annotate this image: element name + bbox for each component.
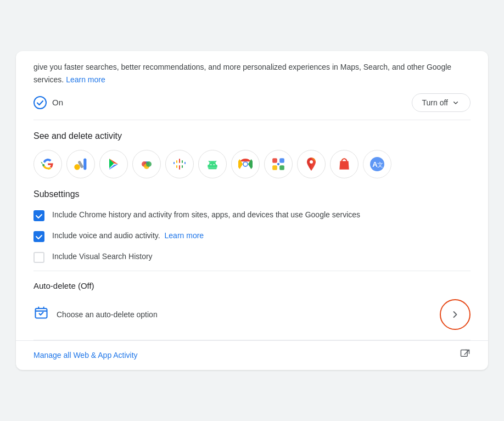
svg-point-27 bbox=[277, 163, 279, 165]
on-status-left: On bbox=[33, 96, 63, 109]
svg-rect-10 bbox=[176, 160, 177, 163]
app-icon-translate[interactable]: A 文 bbox=[363, 150, 391, 178]
shopping-icon bbox=[337, 157, 351, 171]
manage-row: Manage all Web & App Activity bbox=[16, 340, 488, 370]
app-icon-maps[interactable] bbox=[297, 150, 326, 178]
checked-circle-icon bbox=[33, 96, 47, 109]
app-icon-android[interactable] bbox=[198, 150, 227, 178]
svg-rect-3 bbox=[83, 158, 86, 170]
auto-delete-left: Choose an auto-delete option bbox=[33, 305, 158, 324]
external-link-icon[interactable] bbox=[460, 349, 471, 362]
svg-point-28 bbox=[310, 160, 313, 164]
on-label: On bbox=[52, 98, 63, 107]
svg-rect-25 bbox=[279, 165, 284, 170]
auto-delete-chevron-button[interactable] bbox=[440, 299, 471, 330]
android-icon bbox=[205, 157, 220, 171]
settings-card: give you faster searches, better recomme… bbox=[16, 51, 488, 370]
svg-point-16 bbox=[210, 164, 211, 165]
svg-rect-23 bbox=[279, 158, 284, 163]
svg-rect-24 bbox=[272, 165, 277, 170]
svg-rect-9 bbox=[179, 165, 180, 170]
google-logo-icon bbox=[41, 157, 55, 171]
status-row: On Turn off bbox=[16, 86, 488, 120]
dropdown-arrow-icon bbox=[451, 98, 460, 107]
app-icon-play[interactable] bbox=[99, 150, 128, 178]
svg-text:文: 文 bbox=[377, 161, 383, 168]
svg-point-21 bbox=[244, 162, 248, 166]
checkmark-icon-2 bbox=[35, 233, 43, 240]
app-icons-row: A 文 bbox=[16, 148, 488, 189]
voice-learn-more-link[interactable]: Learn more bbox=[165, 231, 204, 240]
app-icon-assistant[interactable] bbox=[132, 150, 161, 178]
svg-point-0 bbox=[34, 97, 46, 109]
translate-icon: A 文 bbox=[370, 157, 384, 171]
checkbox-row-chrome: Include Chrome history and activity from… bbox=[16, 206, 488, 224]
svg-point-17 bbox=[214, 164, 215, 165]
voice-audio-text: Include voice and audio activity. bbox=[52, 231, 160, 240]
auto-delete-text: Choose an auto-delete option bbox=[57, 310, 158, 319]
visual-search-label: Include Visual Search History bbox=[52, 251, 153, 262]
intro-learn-more-link[interactable]: Learn more bbox=[66, 75, 105, 84]
app-icon-google[interactable] bbox=[33, 150, 62, 178]
svg-point-7 bbox=[146, 161, 152, 167]
maps-icon bbox=[305, 156, 318, 172]
svg-rect-22 bbox=[272, 158, 277, 163]
svg-rect-32 bbox=[36, 308, 47, 318]
app-icon-shopping[interactable] bbox=[330, 150, 359, 178]
checkbox-chrome-history[interactable] bbox=[33, 210, 44, 221]
lens-icon bbox=[271, 157, 285, 171]
chrome-history-label: Include Chrome history and activity from… bbox=[52, 209, 360, 221]
turn-off-button[interactable]: Turn off bbox=[412, 93, 471, 112]
auto-delete-row: Choose an auto-delete option bbox=[16, 294, 488, 340]
auto-delete-svg-icon bbox=[33, 305, 49, 320]
turn-off-label: Turn off bbox=[422, 98, 448, 107]
google-ads-icon bbox=[74, 157, 88, 171]
app-icon-ads[interactable] bbox=[66, 150, 95, 178]
subsettings-label: Subsettings bbox=[16, 189, 488, 206]
google-assistant-icon bbox=[140, 158, 153, 171]
checkbox-visual-search[interactable] bbox=[33, 252, 44, 263]
svg-rect-14 bbox=[173, 162, 175, 164]
see-delete-label: See and delete activity bbox=[16, 129, 488, 148]
google-play-icon bbox=[107, 158, 120, 171]
app-icon-podcasts[interactable] bbox=[165, 150, 194, 178]
voice-audio-label: Include voice and audio activity. Learn … bbox=[52, 230, 204, 242]
app-icon-lens[interactable] bbox=[264, 150, 293, 178]
chevron-right-icon bbox=[450, 309, 461, 320]
checkbox-voice-audio[interactable] bbox=[33, 231, 44, 242]
auto-delete-label: Auto-delete (Off) bbox=[16, 271, 488, 294]
app-icon-chrome[interactable] bbox=[231, 150, 260, 178]
external-link-svg bbox=[460, 349, 471, 360]
svg-rect-11 bbox=[176, 165, 177, 168]
svg-rect-12 bbox=[182, 160, 183, 163]
chrome-icon bbox=[238, 157, 253, 171]
svg-point-1 bbox=[74, 164, 80, 170]
manage-activity-link[interactable]: Manage all Web & App Activity bbox=[33, 351, 138, 360]
google-podcasts-icon bbox=[173, 158, 186, 171]
checkbox-row-visual: Include Visual Search History bbox=[16, 248, 488, 266]
checkbox-row-voice: Include voice and audio activity. Learn … bbox=[16, 227, 488, 245]
intro-text: give you faster searches, better recomme… bbox=[16, 51, 488, 86]
svg-rect-8 bbox=[179, 159, 180, 163]
svg-rect-15 bbox=[184, 162, 186, 164]
svg-rect-13 bbox=[182, 165, 183, 168]
auto-delete-icon bbox=[33, 305, 49, 324]
checkmark-icon bbox=[35, 212, 43, 220]
